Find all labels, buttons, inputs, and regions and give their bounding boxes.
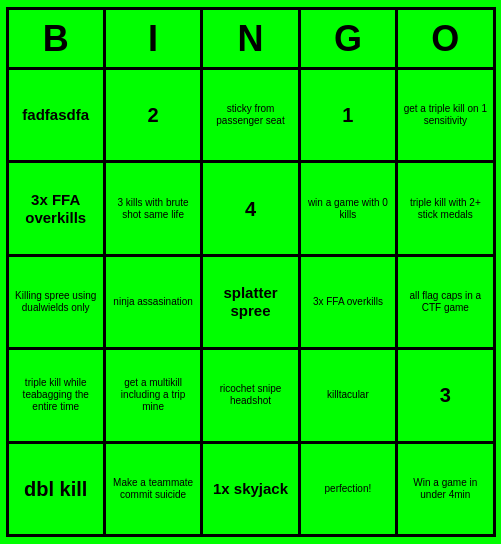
cell-4-4: Win a game in under 4min — [398, 444, 492, 534]
header-letter-I: I — [106, 10, 203, 67]
cell-2-4: all flag caps in a CTF game — [398, 257, 492, 347]
cell-0-4: get a triple kill on 1 sensitivity — [398, 70, 492, 160]
cell-0-3: 1 — [301, 70, 398, 160]
cell-0-0: fadfasdfa — [9, 70, 106, 160]
header-letter-B: B — [9, 10, 106, 67]
cell-1-3: win a game with 0 kills — [301, 163, 398, 253]
cell-2-0: Killing spree using dualwields only — [9, 257, 106, 347]
cell-3-2: ricochet snipe headshot — [203, 350, 300, 440]
bingo-header: BINGO — [9, 10, 493, 70]
cell-4-1: Make a teammate commit suicide — [106, 444, 203, 534]
bingo-card: BINGO fadfasdfa2sticky from passenger se… — [6, 7, 496, 537]
bingo-grid: fadfasdfa2sticky from passenger seat1get… — [9, 70, 493, 534]
cell-3-3: killtacular — [301, 350, 398, 440]
row-3: triple kill while teabagging the entire … — [9, 350, 493, 443]
cell-3-1: get a multikill including a trip mine — [106, 350, 203, 440]
cell-2-3: 3x FFA overkills — [301, 257, 398, 347]
cell-3-4: 3 — [398, 350, 492, 440]
row-0: fadfasdfa2sticky from passenger seat1get… — [9, 70, 493, 163]
cell-0-2: sticky from passenger seat — [203, 70, 300, 160]
cell-2-2: splatter spree — [203, 257, 300, 347]
row-2: Killing spree using dualwields onlyninja… — [9, 257, 493, 350]
header-letter-G: G — [301, 10, 398, 67]
header-letter-N: N — [203, 10, 300, 67]
cell-4-0: dbl kill — [9, 444, 106, 534]
cell-1-2: 4 — [203, 163, 300, 253]
cell-0-1: 2 — [106, 70, 203, 160]
cell-4-3: perfection! — [301, 444, 398, 534]
cell-1-0: 3x FFA overkills — [9, 163, 106, 253]
row-1: 3x FFA overkills3 kills with brute shot … — [9, 163, 493, 256]
header-letter-O: O — [398, 10, 492, 67]
cell-2-1: ninja assasination — [106, 257, 203, 347]
cell-1-4: triple kill with 2+ stick medals — [398, 163, 492, 253]
cell-4-2: 1x skyjack — [203, 444, 300, 534]
cell-1-1: 3 kills with brute shot same life — [106, 163, 203, 253]
cell-3-0: triple kill while teabagging the entire … — [9, 350, 106, 440]
row-4: dbl killMake a teammate commit suicide1x… — [9, 444, 493, 534]
